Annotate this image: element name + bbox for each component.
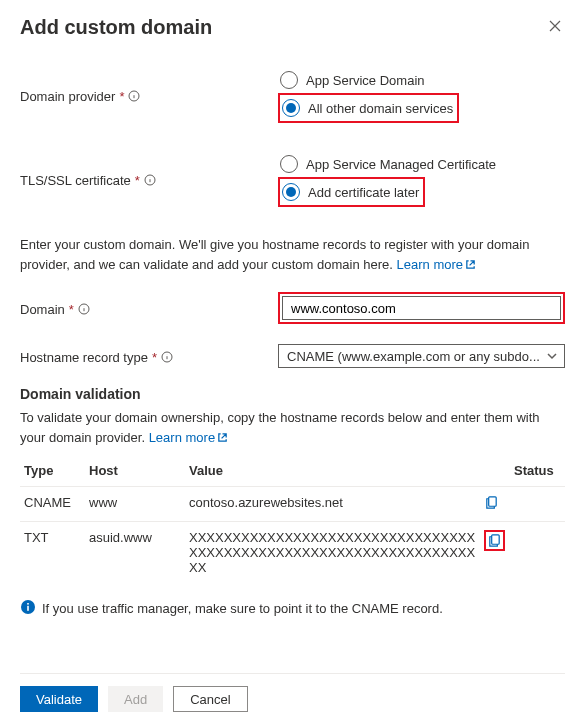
learn-more-link[interactable]: Learn more [149,430,228,445]
copy-icon [487,536,502,551]
cancel-button[interactable]: Cancel [173,686,247,712]
copy-icon [484,498,499,513]
cell-host: www [85,487,185,522]
hostname-records-table: Type Host Value Status CNAME www contoso… [20,455,565,583]
svg-rect-7 [27,606,29,611]
domain-input[interactable] [282,296,561,320]
cell-type: CNAME [20,487,85,522]
th-status: Status [510,455,565,487]
radio-app-service-domain[interactable]: App Service Domain [278,67,565,93]
required-asterisk: * [152,350,157,365]
external-link-icon [215,430,228,445]
radio-managed-cert[interactable]: App Service Managed Certificate [278,151,565,177]
cell-host: asuid.www [85,522,185,584]
copy-button[interactable] [484,498,499,513]
th-host: Host [85,455,185,487]
table-row: CNAME www contoso.azurewebsites.net [20,487,565,522]
radio-icon [280,71,298,89]
radio-label: All other domain services [308,101,453,116]
hostname-type-select[interactable]: CNAME (www.example.com or any subdo... [278,344,565,368]
radio-add-cert-later[interactable]: Add certificate later [280,179,423,205]
validation-heading: Domain validation [20,386,565,402]
required-asterisk: * [119,89,124,104]
required-asterisk: * [135,173,140,188]
external-link-icon [463,257,476,272]
add-button: Add [108,686,163,712]
close-button[interactable] [545,16,565,39]
info-icon[interactable] [128,90,140,102]
radio-other-domain-services[interactable]: All other domain services [280,95,457,121]
cell-value: XXXXXXXXXXXXXXXXXXXXXXXXXXXXXXXXXXXXXXXX… [185,522,480,584]
hostname-type-label: Hostname record type [20,350,148,365]
tls-label: TLS/SSL certificate [20,173,131,188]
radio-label: App Service Domain [306,73,425,88]
required-asterisk: * [69,302,74,317]
info-icon[interactable] [78,303,90,315]
page-title: Add custom domain [20,16,212,39]
table-row: TXT asuid.www XXXXXXXXXXXXXXXXXXXXXXXXXX… [20,522,565,584]
copy-button[interactable] [487,536,502,551]
cell-value: contoso.azurewebsites.net [185,487,480,522]
learn-more-link[interactable]: Learn more [397,257,476,272]
footer: Validate Add Cancel [20,673,565,724]
info-icon[interactable] [144,174,156,186]
radio-label: App Service Managed Certificate [306,157,496,172]
cell-type: TXT [20,522,85,584]
svg-rect-8 [27,603,29,605]
radio-icon [282,183,300,201]
radio-icon [282,99,300,117]
info-icon [20,599,36,618]
close-icon [549,20,561,35]
validate-button[interactable]: Validate [20,686,98,712]
svg-rect-5 [492,535,500,544]
domain-label: Domain [20,302,65,317]
select-value: CNAME (www.example.com or any subdo... [287,349,540,364]
th-value: Value [185,455,480,487]
radio-icon [280,155,298,173]
description-text: Enter your custom domain. We'll give you… [20,235,565,274]
svg-rect-4 [489,497,497,506]
radio-label: Add certificate later [308,185,419,200]
th-type: Type [20,455,85,487]
chevron-down-icon [546,350,558,365]
domain-provider-label: Domain provider [20,89,115,104]
info-icon[interactable] [161,351,173,363]
validation-text: To validate your domain ownership, copy … [20,408,565,447]
traffic-manager-note: If you use traffic manager, make sure to… [42,601,443,616]
